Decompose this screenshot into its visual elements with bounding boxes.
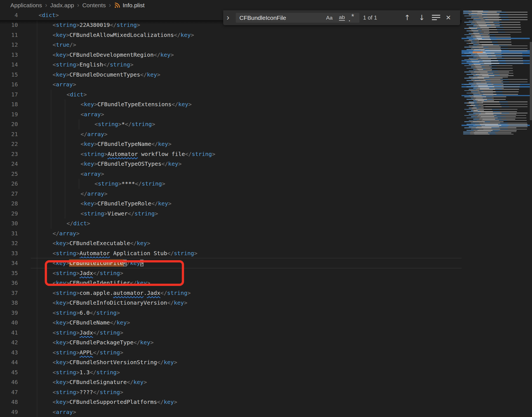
editor-code-area[interactable]: 10<string>22A380019</string>11<key>CFBun… [0,0,462,417]
code-line-38[interactable]: 38<key>CFBundleInfoDictionaryVersion</ke… [0,298,462,308]
indent-guide [51,99,51,110]
indent-guide [37,149,37,159]
minimap-code-row [467,61,491,62]
code-line-48[interactable]: 48<key>CFBundleSupportedPlatforms</key> [0,397,462,407]
minimap-code-row [467,43,479,44]
find-query-text[interactable]: CFBundleIconFile [239,13,286,23]
indent-guide [37,397,37,407]
indent-guide [37,288,37,298]
code-line-18[interactable]: 18<key>CFBundleTypeExtensions</key> [0,99,462,110]
code-line-34[interactable]: 34<key>CFBundleIconFile</key> [0,258,462,268]
previous-match-button[interactable]: ↑ [402,10,412,25]
line-number: 38 [0,298,18,308]
code-line-35[interactable]: 35<string>Jadx</string> [0,268,462,278]
line-number: 47 [0,387,18,397]
regex-icon[interactable]: * ▪ [349,13,357,23]
indent-guide [37,268,37,278]
minimap-code-row [469,77,508,77]
code-line-36[interactable]: 36<key>CFBundleIdentifier</key> [0,278,462,288]
line-number: 25 [0,169,18,179]
code-line-29[interactable]: 29<string>Viewer</string> [0,209,462,219]
code-line-40[interactable]: 40<key>CFBundleName</key> [0,318,462,328]
minimap-code-row [469,70,513,71]
code-line-49[interactable]: 49<array> [0,407,462,417]
minimap-code-row [467,99,506,100]
code-line-41[interactable]: 41<string>Jadx</string> [0,328,462,338]
code-line-21[interactable]: 21</array> [0,129,462,139]
code-line-28[interactable]: 28<key>CFBundleTypeRole</key> [0,199,462,209]
code-line-47[interactable]: 47<string>????</string> [0,387,462,397]
find-in-selection-icon[interactable] [431,10,441,25]
line-number: 40 [0,318,18,328]
code-line-14[interactable]: 14<string>English</string> [0,60,462,70]
line-number: 27 [0,189,18,199]
scrollbar-slider[interactable] [530,42,532,120]
code-line-16[interactable]: 16<array> [0,80,462,90]
minimap-code-row [467,18,499,19]
indent-guide [37,357,37,368]
code-line-19[interactable]: 19<array> [0,110,462,120]
indent-guide [51,199,51,209]
code-line-32[interactable]: 32<key>CFBundleExecutable</key> [0,238,462,248]
code-line-23[interactable]: 23<string>Automator workflow file</strin… [0,149,462,159]
code-line-17[interactable]: 17<dict> [0,90,462,100]
indent-guide [37,348,37,358]
code-line-39[interactable]: 39<string>6.0</string> [0,308,462,318]
indent-guide [37,338,37,348]
code-line-31[interactable]: 31</array> [0,229,462,239]
code-line-33[interactable]: 33<string>Automator Application Stub</st… [0,248,462,259]
line-number: 11 [0,30,18,40]
match-case-icon[interactable]: Aa [326,13,333,23]
minimap-code-row [469,58,523,59]
minimap-code-row [471,85,503,86]
line-number: 29 [0,209,18,219]
line-number: 37 [0,288,18,298]
minimap-code-row [471,35,490,36]
indent-guide [51,189,51,199]
minimap-code-row [471,98,494,99]
next-match-button[interactable]: ↓ [417,10,427,25]
find-input[interactable]: CFBundleIconFile Aa ab * ▪ [236,13,359,23]
line-number: 48 [0,397,18,407]
code-line-44[interactable]: 44<key>CFBundleShortVersionString</key> [0,357,462,368]
code-line-42[interactable]: 42<key>CFBundlePackageType</key> [0,338,462,348]
indent-guide [37,129,37,139]
code-line-20[interactable]: 20<string>*</string> [0,119,462,129]
code-line-12[interactable]: 12<true/> [0,40,462,50]
code-line-24[interactable]: 24<key>CFBundleTypeOSTypes</key> [0,159,462,169]
indent-guide [37,90,37,100]
close-find-widget-button[interactable]: ✕ [443,10,454,25]
minimap-code-row [473,57,502,58]
code-line-15[interactable]: 15<key>CFBundleDocumentTypes</key> [0,70,462,80]
indent-guide [37,50,37,60]
code-line-43[interactable]: 43<string>APPL</string> [0,348,462,358]
code-line-46[interactable]: 46<key>CFBundleSignature</key> [0,377,462,387]
code-line-13[interactable]: 13<key>CFBundleDevelopmentRegion</key> [0,50,462,60]
code-line-37[interactable]: 37<string>com.apple.automator.Jadx</stri… [0,288,462,298]
code-line-30[interactable]: 30</dict> [0,219,462,229]
code-line-11[interactable]: 11<key>CFBundleAllowMixedLocalizations</… [0,30,462,40]
indent-guide [37,99,37,110]
minimap-code-row [463,13,500,14]
minimap-code-row [467,80,503,81]
indent-guide [37,238,37,248]
whole-word-icon[interactable]: ab [339,13,345,21]
minimap-code-row [464,103,483,103]
code-line-45[interactable]: 45<string>1.3</string> [0,368,462,378]
minimap-code-row [471,129,527,130]
toggle-replace-chevron-icon[interactable]: › [227,10,229,25]
indent-guide [37,308,37,318]
code-line-25[interactable]: 25<array> [0,169,462,179]
minimap-code-row [464,34,510,35]
minimap-code-row [467,68,513,69]
indent-guide [65,119,65,129]
minimap-code-row [471,67,492,67]
code-line-27[interactable]: 27</array> [0,189,462,199]
vertical-scrollbar[interactable] [530,0,532,417]
code-line-26[interactable]: 26<string>****</string> [0,179,462,189]
minimap-code-row [467,86,520,87]
minimap[interactable] [462,0,530,417]
minimap-code-row [464,41,479,41]
minimap-code-row [464,47,501,48]
code-line-22[interactable]: 22<key>CFBundleTypeName</key> [0,139,462,149]
